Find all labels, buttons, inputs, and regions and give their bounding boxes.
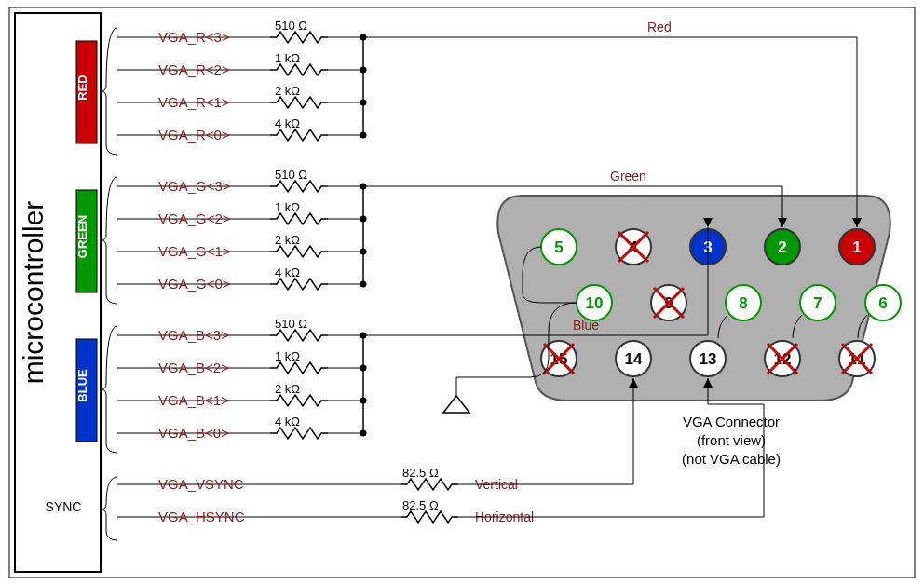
- outlabel-Red: Red: [647, 20, 672, 34]
- resistor: [270, 97, 328, 108]
- signal-RED-1: VGA_R<2>: [158, 61, 230, 77]
- signal-BLUE-0: VGA_B<3>: [158, 327, 229, 343]
- pin-10-label: 10: [586, 294, 604, 312]
- signal-RED-2: VGA_R<1>: [158, 94, 230, 110]
- connector-sub2: (not VGA cable): [682, 451, 781, 467]
- signal-GREEN-0: VGA_G<3>: [158, 178, 231, 194]
- signal-RED-0: VGA_R<3>: [158, 29, 230, 45]
- vga-circuit-diagram: microcontrollerREDVGA_R<3>510 ΩVGA_R<2>1…: [0, 0, 924, 585]
- group-label-blue: BLUE: [75, 369, 89, 402]
- microcontroller-label: microcontroller: [18, 201, 48, 385]
- resistor: [270, 32, 328, 43]
- rval-RED-3: 4 kΩ: [275, 116, 300, 130]
- pin-14-label: 14: [625, 350, 643, 368]
- sync-label: SYNC: [46, 499, 82, 514]
- outlabel-Blue: Blue: [573, 318, 599, 333]
- rval-GREEN-1: 1 kΩ: [275, 200, 300, 214]
- outlabel-Green: Green: [610, 169, 646, 184]
- resistor: [270, 395, 328, 406]
- sync-sig-0: VGA_VSYNC: [158, 476, 244, 492]
- pin-5-label: 5: [554, 238, 563, 256]
- rval-RED-2: 2 kΩ: [275, 84, 300, 98]
- rval-GREEN-2: 2 kΩ: [275, 233, 300, 247]
- rval-BLUE-3: 4 kΩ: [275, 415, 300, 429]
- resistor: [270, 64, 328, 75]
- signal-GREEN-1: VGA_G<2>: [158, 211, 231, 226]
- signal-BLUE-1: VGA_B<2>: [158, 360, 229, 375]
- brace: [101, 28, 117, 155]
- resistor: [270, 213, 328, 224]
- connector-sub1: (front view): [697, 432, 766, 448]
- pin-6-label: 6: [878, 294, 887, 312]
- brace: [101, 326, 117, 453]
- rval-GREEN-3: 4 kΩ: [275, 265, 300, 279]
- resistor: [270, 246, 328, 257]
- brace: [101, 177, 117, 304]
- rval-BLUE-0: 510 Ω: [275, 317, 307, 331]
- pin-1-label: 1: [852, 238, 861, 256]
- pin-2-label: 2: [778, 238, 786, 256]
- pin-7-label: 7: [813, 294, 822, 312]
- resistor: [401, 511, 458, 523]
- rval-RED-1: 1 kΩ: [275, 51, 300, 65]
- resistor: [270, 129, 328, 141]
- brace: [101, 477, 117, 540]
- ground-symbol: [443, 396, 469, 413]
- rval-RED-0: 510 Ω: [275, 19, 307, 33]
- rval-GREEN-0: 510 Ω: [275, 168, 307, 182]
- signal-RED-3: VGA_R<0>: [158, 127, 230, 143]
- signal-GREEN-3: VGA_G<0>: [158, 276, 231, 292]
- signal-BLUE-2: VGA_B<1>: [158, 392, 229, 408]
- resistor: [270, 428, 328, 439]
- pin-8-label: 8: [739, 294, 747, 312]
- resistor: [270, 362, 328, 374]
- sync-sig-1: VGA_HSYNC: [158, 509, 245, 524]
- group-label-green: GREEN: [75, 215, 89, 258]
- resistor: [270, 330, 328, 341]
- sync-r-0: 82.5 Ω: [402, 466, 439, 480]
- pin-13-label: 13: [700, 350, 717, 368]
- resistor: [270, 181, 328, 192]
- group-label-red: RED: [75, 75, 89, 100]
- rval-BLUE-2: 2 kΩ: [275, 382, 300, 396]
- signal-BLUE-3: VGA_B<0>: [158, 425, 229, 441]
- rval-BLUE-1: 1 kΩ: [275, 349, 300, 363]
- connector-title: VGA Connector: [683, 414, 780, 429]
- sync-r-1: 82.5 Ω: [402, 498, 439, 512]
- resistor: [401, 479, 458, 490]
- resistor: [270, 279, 328, 290]
- signal-GREEN-2: VGA_G<1>: [158, 243, 231, 259]
